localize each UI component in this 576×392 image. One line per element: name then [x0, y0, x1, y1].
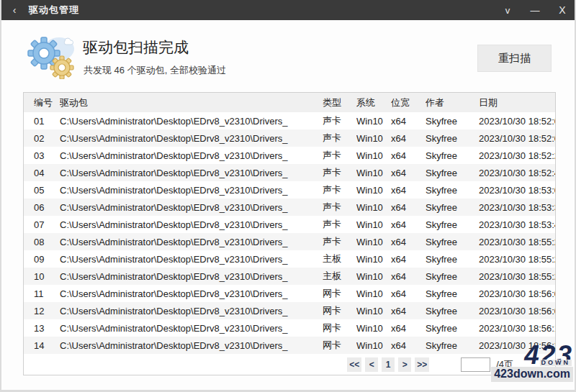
cell-type: 声卡: [323, 218, 356, 231]
table-row[interactable]: 14 C:\Users\Administrator\Desktop\EDrv8_…: [24, 337, 555, 354]
cell-bits: x64: [391, 254, 426, 265]
cell-type: 声卡: [323, 132, 356, 145]
next-page-button[interactable]: >: [398, 357, 411, 372]
cell-bits: x64: [391, 237, 426, 247]
table-row[interactable]: 12 C:\Users\Administrator\Desktop\EDrv8_…: [24, 302, 555, 319]
cell-author: Skyfree: [426, 237, 479, 247]
cell-date: 2023/10/30 18:52:27: [479, 150, 555, 161]
table-row[interactable]: 03 C:\Users\Administrator\Desktop\EDrv8_…: [24, 147, 555, 164]
cell-package-path: C:\Users\Administrator\Desktop\EDrv8_v23…: [60, 150, 323, 161]
cell-type: 网卡: [323, 322, 356, 334]
table-row[interactable]: 05 C:\Users\Administrator\Desktop\EDrv8_…: [24, 181, 555, 199]
cell-system: Win10: [356, 271, 391, 282]
cell-package-path: C:\Users\Administrator\Desktop\EDrv8_v23…: [60, 219, 323, 230]
cell-number: 07: [24, 219, 60, 230]
cell-number: 06: [24, 202, 60, 213]
cell-system: Win10: [356, 237, 391, 247]
cell-date: 2023/10/30 18:56:07: [479, 288, 555, 299]
cell-number: 14: [24, 340, 60, 351]
cell-package-path: C:\Users\Administrator\Desktop\EDrv8_v23…: [60, 288, 323, 299]
first-page-button[interactable]: <<: [347, 357, 361, 372]
cell-author: Skyfree: [426, 219, 479, 230]
cell-date: 2023/10/30 18:53:40: [479, 219, 555, 230]
cell-number: 10: [24, 271, 60, 282]
minimize-button[interactable]: —: [521, 5, 549, 16]
cell-type: 网卡: [323, 287, 356, 300]
cell-date: 2023/10/30 18:52:04: [479, 133, 555, 144]
table-header-row: 编号 驱动包 类型 系统 位宽 作者 日期: [24, 93, 555, 112]
table-row[interactable]: 10 C:\Users\Administrator\Desktop\EDrv8_…: [24, 268, 555, 285]
dropdown-button[interactable]: v: [494, 5, 521, 16]
cell-date: 2023/10/30 18:52:48: [479, 168, 555, 178]
page-title: 驱动包扫描完成: [83, 37, 189, 58]
page-input[interactable]: [461, 357, 490, 372]
back-button[interactable]: ‹: [0, 4, 29, 16]
cell-package-path: C:\Users\Administrator\Desktop\EDrv8_v23…: [60, 116, 323, 127]
cell-bits: x64: [391, 306, 426, 316]
cell-type: 网卡: [323, 304, 356, 317]
cell-bits: x64: [391, 340, 426, 351]
cell-type: 声卡: [323, 235, 356, 248]
cell-number: 08: [24, 237, 60, 247]
cell-author: Skyfree: [426, 202, 479, 213]
cell-author: Skyfree: [426, 168, 479, 178]
close-button[interactable]: X: [549, 4, 576, 16]
cell-package-path: C:\Users\Administrator\Desktop\EDrv8_v23…: [60, 168, 323, 178]
cell-number: 04: [24, 168, 60, 178]
table-row[interactable]: 04 C:\Users\Administrator\Desktop\EDrv8_…: [24, 164, 555, 181]
cell-number: 12: [24, 306, 60, 316]
cell-system: Win10: [356, 133, 391, 144]
rescan-button[interactable]: 重扫描: [477, 45, 552, 72]
prev-page-button[interactable]: <: [365, 357, 378, 372]
cell-package-path: C:\Users\Administrator\Desktop\EDrv8_v23…: [60, 185, 323, 196]
col-author: 作者: [426, 96, 479, 109]
cell-bits: x64: [391, 150, 426, 161]
table-row[interactable]: 13 C:\Users\Administrator\Desktop\EDrv8_…: [24, 319, 555, 337]
cell-bits: x64: [391, 202, 426, 213]
cell-number: 13: [24, 323, 60, 334]
cell-type: 主板: [323, 252, 356, 265]
cell-author: Skyfree: [426, 340, 479, 351]
cell-system: Win10: [356, 168, 391, 178]
cell-author: Skyfree: [426, 306, 479, 316]
col-number: 编号: [24, 96, 60, 109]
cell-bits: x64: [391, 168, 426, 178]
cell-type: 主板: [323, 270, 356, 283]
table-row[interactable]: 07 C:\Users\Administrator\Desktop\EDrv8_…: [24, 216, 555, 233]
cell-system: Win10: [356, 185, 391, 196]
cell-package-path: C:\Users\Administrator\Desktop\EDrv8_v23…: [60, 306, 323, 316]
cell-author: Skyfree: [426, 288, 479, 299]
table-row[interactable]: 08 C:\Users\Administrator\Desktop\EDrv8_…: [24, 233, 555, 250]
col-bits: 位宽: [391, 96, 426, 109]
cell-system: Win10: [356, 150, 391, 161]
cell-package-path: C:\Users\Administrator\Desktop\EDrv8_v23…: [60, 133, 323, 144]
cell-system: Win10: [356, 340, 391, 351]
cell-system: Win10: [356, 219, 391, 230]
table-row[interactable]: 01 C:\Users\Administrator\Desktop\EDrv8_…: [24, 112, 555, 129]
cell-number: 05: [24, 185, 60, 196]
gears-icon: [20, 32, 76, 79]
cell-system: Win10: [356, 116, 391, 127]
cell-type: 声卡: [323, 183, 356, 196]
table-row[interactable]: 06 C:\Users\Administrator\Desktop\EDrv8_…: [24, 199, 555, 216]
cell-author: Skyfree: [426, 133, 479, 144]
table-row[interactable]: 09 C:\Users\Administrator\Desktop\EDrv8_…: [24, 250, 555, 268]
cell-author: Skyfree: [426, 271, 479, 282]
cell-bits: x64: [391, 185, 426, 196]
table-body: 01 C:\Users\Administrator\Desktop\EDrv8_…: [24, 112, 555, 354]
cell-type: 声卡: [323, 114, 356, 127]
current-page-button[interactable]: 1: [382, 357, 395, 372]
table-row[interactable]: 11 C:\Users\Administrator\Desktop\EDrv8_…: [24, 285, 555, 302]
col-type: 类型: [323, 96, 356, 109]
cell-bits: x64: [391, 323, 426, 334]
cell-author: Skyfree: [426, 116, 479, 127]
cell-number: 01: [24, 116, 60, 127]
table-row[interactable]: 02 C:\Users\Administrator\Desktop\EDrv8_…: [24, 129, 555, 147]
cell-author: Skyfree: [426, 323, 479, 334]
last-page-button[interactable]: >>: [415, 357, 429, 372]
cell-package-path: C:\Users\Administrator\Desktop\EDrv8_v23…: [60, 340, 323, 351]
cell-system: Win10: [356, 323, 391, 334]
cell-number: 09: [24, 254, 60, 265]
cell-package-path: C:\Users\Administrator\Desktop\EDrv8_v23…: [60, 323, 323, 334]
pagination: << < 1 > >> /4页: [24, 354, 555, 375]
